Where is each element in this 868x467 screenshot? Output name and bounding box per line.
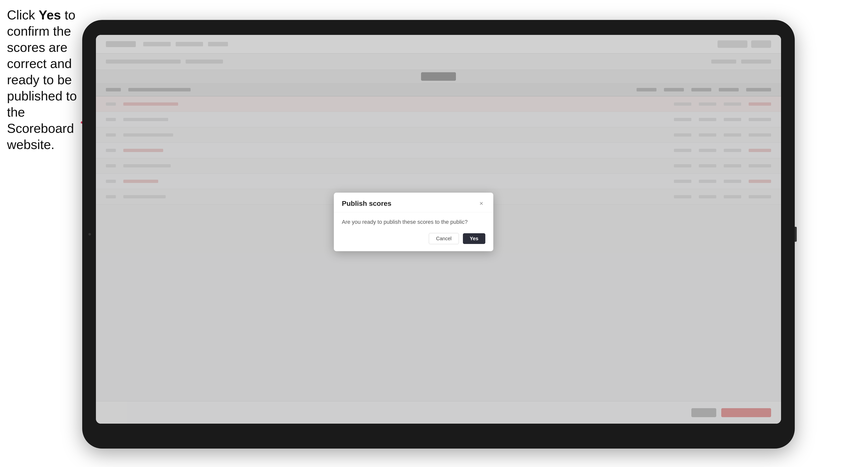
instruction-suffix: to confirm the scores are correct and re… <box>7 8 77 152</box>
cancel-button[interactable]: Cancel <box>429 233 459 244</box>
instruction-prefix: Click <box>7 8 39 22</box>
modal-title: Publish scores <box>342 199 392 208</box>
modal-overlay: Publish scores × Are you ready to publis… <box>96 35 781 424</box>
modal-message: Are you ready to publish these scores to… <box>342 218 485 226</box>
modal-header: Publish scores × <box>334 193 493 212</box>
tablet-screen: Publish scores × Are you ready to publis… <box>96 35 781 424</box>
instruction-text: Click Yes to confirm the scores are corr… <box>7 7 79 153</box>
instruction-bold: Yes <box>39 8 61 22</box>
tablet-side-button <box>795 227 797 242</box>
modal-body: Are you ready to publish these scores to… <box>334 212 493 233</box>
modal-footer: Cancel Yes <box>334 233 493 251</box>
tablet-device: Publish scores × Are you ready to publis… <box>82 20 795 448</box>
modal-close-button[interactable]: × <box>477 199 485 208</box>
publish-scores-dialog: Publish scores × Are you ready to publis… <box>334 193 493 251</box>
yes-button[interactable]: Yes <box>463 233 485 244</box>
tablet-camera <box>88 233 91 236</box>
